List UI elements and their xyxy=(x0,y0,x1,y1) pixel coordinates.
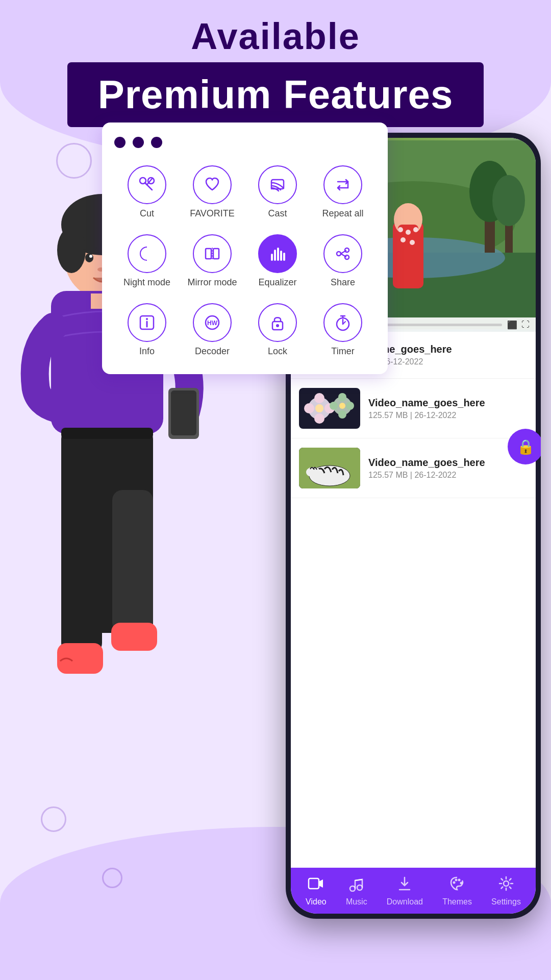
decoder-icon-circle: HW xyxy=(193,303,232,342)
svg-point-58 xyxy=(350,886,355,891)
svg-rect-76 xyxy=(280,251,282,261)
popup-item-lock[interactable]: Lock xyxy=(245,298,310,362)
popup-menu-card: Cut FAVORITE Cast Repeat all Night mode xyxy=(102,122,388,374)
music-nav-icon xyxy=(348,875,365,895)
side-lock-button[interactable]: 🔒 xyxy=(508,429,541,464)
lock-icon-circle xyxy=(258,303,297,342)
popup-item-cast[interactable]: Cast xyxy=(245,160,310,224)
list-item[interactable]: Video_name_goes_here 125.57 MB | 26-12-2… xyxy=(291,379,536,438)
bottom-nav: Video Music Download Themes xyxy=(291,868,536,914)
nav-label-video: Video xyxy=(306,897,327,906)
svg-point-27 xyxy=(492,175,525,226)
svg-point-49 xyxy=(330,402,338,410)
mirror-mode-icon-circle xyxy=(193,234,232,273)
svg-point-50 xyxy=(346,402,354,410)
mirror-mode-label: Mirror mode xyxy=(187,277,237,288)
share-label: Share xyxy=(331,277,355,288)
timer-label: Timer xyxy=(331,346,354,357)
popup-item-favorite[interactable]: FAVORITE xyxy=(180,160,245,224)
popup-item-info[interactable]: Info xyxy=(114,298,180,362)
video-nav-icon xyxy=(308,875,324,895)
cast-label: Cast xyxy=(268,208,287,219)
popup-grid: Cut FAVORITE Cast Repeat all Night mode xyxy=(114,160,375,362)
decoder-label: Decoder xyxy=(195,346,230,357)
popup-item-share[interactable]: Share xyxy=(310,229,375,293)
cut-label: Cut xyxy=(140,208,154,219)
video-meta: 125.57 MB | 26-12-2022 xyxy=(368,411,528,420)
svg-point-51 xyxy=(339,403,345,409)
svg-point-80 xyxy=(337,252,341,256)
favorite-icon-circle xyxy=(193,165,232,204)
nav-label-settings: Settings xyxy=(491,897,521,906)
popup-dots xyxy=(114,137,375,148)
svg-point-87 xyxy=(276,324,279,327)
popup-item-decoder[interactable]: HW Decoder xyxy=(180,298,245,362)
premium-banner: Premium Features xyxy=(67,62,484,127)
svg-point-47 xyxy=(338,393,346,401)
video-list: Video_name_goes_here 125.57 MB | 26-12-2… xyxy=(291,332,536,868)
deco-circle-3 xyxy=(102,868,122,888)
cut-icon-circle xyxy=(128,165,166,204)
equalizer-label: Equalizer xyxy=(258,277,296,288)
video-meta: 125.57 MB | 26-12-2022 xyxy=(368,471,528,480)
svg-rect-13 xyxy=(171,390,196,435)
timer-icon-circle xyxy=(323,303,362,342)
nav-item-themes[interactable]: Themes xyxy=(442,875,472,906)
dot-3 xyxy=(151,137,162,148)
svg-point-45 xyxy=(315,404,323,412)
flowers-thumb xyxy=(299,388,360,429)
svg-rect-75 xyxy=(277,248,279,261)
svg-point-34 xyxy=(400,237,406,242)
video-info: Video_name_goes_here 125.57 MB | 26-12-2… xyxy=(368,457,528,480)
header: Available Premium Features xyxy=(0,15,551,127)
night-mode-label: Night mode xyxy=(123,277,170,288)
svg-rect-74 xyxy=(274,250,276,261)
popup-item-night-mode[interactable]: Night mode xyxy=(114,229,180,293)
svg-rect-71 xyxy=(213,249,219,259)
svg-rect-15 xyxy=(61,490,102,653)
video-title: Video_name_goes_here xyxy=(368,397,528,409)
cast-icon-circle xyxy=(258,165,297,204)
video-controls: ⬛ ⛶ xyxy=(507,320,530,330)
nav-item-music[interactable]: Music xyxy=(346,875,367,906)
settings-nav-icon xyxy=(498,875,514,895)
svg-point-35 xyxy=(410,240,415,245)
svg-point-42 xyxy=(314,413,324,424)
popup-item-timer[interactable]: Timer xyxy=(310,298,375,362)
svg-point-31 xyxy=(398,227,403,232)
svg-point-43 xyxy=(304,403,314,413)
svg-point-5 xyxy=(89,255,92,258)
svg-point-65 xyxy=(460,881,463,884)
nav-item-download[interactable]: Download xyxy=(387,875,423,906)
svg-rect-70 xyxy=(206,249,211,259)
video-info: Video_name_goes_here 125.57 MB | 26-12-2… xyxy=(368,397,528,420)
popup-item-repeat-all[interactable]: Repeat all xyxy=(310,160,375,224)
info-icon-circle xyxy=(128,303,166,342)
svg-point-33 xyxy=(413,227,418,232)
svg-point-63 xyxy=(455,878,458,881)
video-thumbnail-small xyxy=(299,388,360,429)
svg-point-3 xyxy=(57,227,86,273)
download-nav-icon xyxy=(396,875,413,895)
svg-point-83 xyxy=(146,318,148,320)
popup-item-equalizer[interactable]: Equalizer xyxy=(245,229,310,293)
popup-item-cut[interactable]: Cut xyxy=(114,160,180,224)
svg-text:HW: HW xyxy=(207,320,218,327)
nav-item-settings[interactable]: Settings xyxy=(491,875,521,906)
video-title: Video_name_goes_here xyxy=(368,457,528,469)
favorite-label: FAVORITE xyxy=(190,208,235,219)
nav-label-themes: Themes xyxy=(442,897,472,906)
svg-point-62 xyxy=(453,881,456,884)
svg-point-59 xyxy=(357,885,362,890)
svg-point-41 xyxy=(314,393,324,403)
night-mode-icon-circle xyxy=(128,234,166,273)
list-item[interactable]: Video_name_goes_here 125.57 MB | 26-12-2… xyxy=(291,438,536,498)
popup-item-mirror-mode[interactable]: Mirror mode xyxy=(180,229,245,293)
info-label: Info xyxy=(139,346,155,357)
dot-1 xyxy=(114,137,126,148)
svg-point-79 xyxy=(345,255,349,259)
repeat-all-icon-circle xyxy=(323,165,362,204)
dot-2 xyxy=(133,137,144,148)
svg-point-48 xyxy=(338,410,346,419)
nav-item-video[interactable]: Video xyxy=(306,875,327,906)
